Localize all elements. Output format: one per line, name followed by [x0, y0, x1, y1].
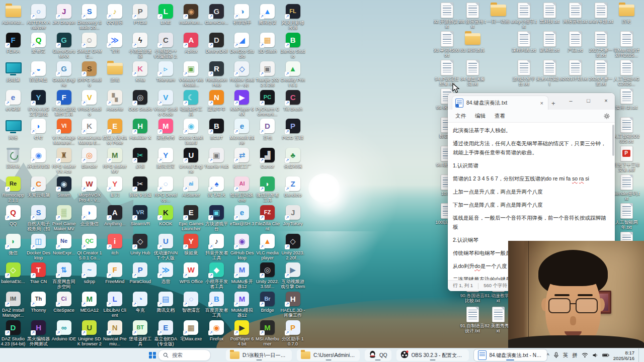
desktop-icon[interactable]: PC↗PyCharm Communi...: [255, 89, 280, 117]
desktop-file-icon[interactable]: 94.IP设定狂想集.txt: [433, 59, 460, 86]
desktop-icon[interactable]: F↗iFiction游戏制作工具: [51, 89, 76, 117]
desktop-icon[interactable]: E↗易笑人偶-Easy Pose: [102, 118, 127, 145]
desktop-icon[interactable]: BT↗堡塔远程工具: [128, 319, 153, 346]
desktop-icon[interactable]: ▲↗腾讯会议: [255, 3, 280, 25]
desktop-icon[interactable]: ◌↗RPG Develop...: [153, 175, 178, 203]
desktop-icon[interactable]: FZ↗FileZilla Client: [255, 204, 280, 231]
ime-language-indicator[interactable]: 英: [563, 352, 569, 359]
desktop-icon[interactable]: VR↗SteamVR: [128, 204, 153, 226]
menu-item-2[interactable]: 查看: [491, 112, 509, 121]
desktop-icon[interactable]: ◇↗Roblox Studio - qq: [229, 60, 255, 87]
desktop-icon[interactable]: P↗分区助手 10.7.0: [280, 319, 305, 346]
desktop-icon[interactable]: ▶↗PotPlayer 64 bit: [229, 319, 255, 346]
desktop-icon[interactable]: B↗Bambu Studio: [280, 32, 305, 59]
desktop-icon[interactable]: Q↗QQ: [1, 204, 26, 226]
desktop-icon[interactable]: ▤↗腾讯文档: [153, 291, 178, 313]
desktop-icon[interactable]: G↗GameCre...: [204, 3, 229, 25]
desktop-icon[interactable]: D↗DesignDoll: [204, 32, 229, 54]
desktop-icon[interactable]: G↗Godot Engine: [51, 60, 76, 87]
desktop-icon[interactable]: ≫↗飞书: [102, 32, 127, 54]
desktop-icon[interactable]: ◉↗Steam: [51, 175, 76, 198]
desktop-icon[interactable]: ◗↗钉钉: [26, 118, 51, 140]
desktop-icon[interactable]: Y↗腾讯元宝: [153, 147, 178, 169]
menu-item-1[interactable]: 编辑: [471, 112, 489, 121]
desktop-icon[interactable]: K↗KumaKuma Manga E...: [77, 118, 102, 145]
speaker-icon[interactable]: [592, 352, 598, 358]
desktop-icon[interactable]: U↗优动漫PAINT 个人版: [153, 233, 178, 260]
desktop-file-icon[interactable]: 84.键盘演奏法.txt: [459, 59, 486, 86]
desktop-icon[interactable]: K↗KOOK: [153, 204, 178, 226]
new-tab-button[interactable]: +: [548, 100, 558, 107]
desktop-icon[interactable]: ♜↗RPG Maker VX Ace: [51, 147, 76, 174]
desktop-icon[interactable]: ▶↗KMPlayer 64X: [229, 89, 255, 117]
desktop-icon[interactable]: Y↗影刀: [102, 175, 127, 198]
maximize-button[interactable]: □: [580, 93, 597, 108]
microphone-icon[interactable]: [553, 352, 559, 358]
desktop-file-icon[interactable]: unity专题.txt: [587, 2, 614, 24]
desktop-file-icon[interactable]: 产品.txt: [561, 31, 589, 53]
desktop-icon[interactable]: FL↗风灵月影修改器: [280, 3, 305, 30]
desktop-icon[interactable]: ☾↗动画制作工具: [179, 89, 204, 117]
desktop-icon[interactable]: ⇅↗百度网盘同步空间: [51, 262, 76, 289]
desktop-icon[interactable]: R↗Reallusion Hub: [204, 60, 229, 87]
wifi-icon[interactable]: [582, 352, 588, 358]
desktop-icon[interactable]: 游戏: [102, 60, 127, 82]
desktop-file-icon[interactable]: 网络营销.txt: [561, 2, 589, 24]
desktop-icon[interactable]: ϟ↗小黑盒加速器: [128, 32, 153, 59]
desktop-file-icon[interactable]: 月光下十三年文集.pdf: [613, 145, 640, 172]
desktop-icon[interactable]: D↗豆包: [255, 118, 280, 140]
desktop-icon[interactable]: ◗↗微信: [1, 233, 26, 255]
desktop-icon[interactable]: Ne↗NoteExpr...: [51, 233, 76, 255]
desktop-icon[interactable]: ▹↗Telegram: [153, 60, 178, 82]
desktop-icon[interactable]: N↗Navicat Premiu...: [102, 319, 127, 346]
desktop-icon[interactable]: ◎↗OBS Studio: [128, 89, 153, 112]
desktop-file-icon[interactable]: 历史: [613, 2, 640, 24]
desktop-icon[interactable]: F↗FreeMind: [102, 262, 127, 284]
desktop-icon[interactable]: ◎↗Unity 2022.3.55f...: [255, 262, 280, 289]
menu-item-0[interactable]: 文件: [452, 112, 469, 121]
desktop-icon[interactable]: ◗↗微信开发者工具: [255, 175, 280, 203]
desktop-icon[interactable]: H↗HAELE 3D - 肖像工作室...: [280, 291, 305, 318]
desktop-icon[interactable]: ◎↗Blender: [77, 147, 102, 169]
desktop-icon[interactable]: S↗自然人电子税务局（扣缴...: [26, 204, 51, 232]
desktop-icon[interactable]: ▚↗Aseprite: [102, 89, 127, 112]
desktop-file-icon[interactable]: 2026大赛一览.txt: [587, 59, 614, 86]
desktop-icon[interactable]: Ci↗CiteSpace: [51, 291, 76, 313]
desktop-icon[interactable]: ♪↗QQ音乐: [102, 3, 127, 25]
ime-pinyin-indicator[interactable]: 拼: [572, 352, 578, 359]
desktop-icon[interactable]: Administr...: [1, 3, 26, 25]
start-button[interactable]: [149, 349, 156, 361]
taskbar-button-obs[interactable]: OBS 30.2.3 - 配置文件: 未: [396, 349, 469, 361]
desktop-icon[interactable]: ◉↗Firefox: [204, 319, 229, 341]
desktop-icon[interactable]: ◑↗初学助手: [229, 3, 255, 25]
desktop-icon[interactable]: E↗Epic Games Launcher: [179, 204, 204, 231]
desktop-icon[interactable]: ♪↗抖音开发者工具: [204, 233, 229, 260]
desktop-file-icon[interactable]: 92.开源协议.txt: [433, 2, 460, 29]
taskbar-clock[interactable]: 8:17 2025/6/16: [613, 350, 634, 361]
desktop-icon[interactable]: ◌↗智谱清言: [179, 291, 204, 313]
desktop-icon[interactable]: e↗Microsoft Edge: [229, 118, 255, 145]
desktop-icon[interactable]: V↗VRoid Studio: [77, 89, 102, 117]
desktop-file-icon[interactable]: 实用 (2).txt: [613, 88, 640, 110]
desktop-icon[interactable]: F↗FEIKA: [1, 32, 26, 54]
taskbar-button-folder[interactable]: C:\Users\Administrator\: [297, 349, 360, 361]
desktop-icon[interactable]: Y↗猿如意: [179, 233, 204, 255]
desktop-icon[interactable]: ▟↗Cursor: [255, 147, 280, 169]
desktop-icon[interactable]: S↗SRPG Studio: [77, 60, 102, 87]
desktop-icon[interactable]: C↗小熊猫C++ V3编辑器 2.0: [153, 32, 178, 59]
desktop-icon[interactable]: P↗ParaCloud: [128, 262, 153, 284]
desktop-icon[interactable]: ◔↗夸克: [128, 291, 153, 313]
desktop-icon[interactable]: ◉↗makehum...: [179, 3, 204, 25]
scrollbar[interactable]: [612, 125, 614, 156]
notepad-titlebar[interactable]: 84.键盘演奏法.txt × + – □ ×: [448, 93, 615, 110]
desktop-icon[interactable]: ▣↗Tuanjie Hub: [204, 147, 229, 169]
desktop-icon[interactable]: ✂↗剪映专业版: [128, 175, 153, 198]
desktop-icon[interactable]: T↗Trae CN: [26, 262, 51, 284]
desktop-icon[interactable]: 回收站: [1, 147, 26, 169]
desktop-icon[interactable]: H↗HBuilder X: [128, 118, 153, 140]
desktop-icon[interactable]: ▦↗宅Max.exe: [179, 319, 204, 341]
desktop-file-icon[interactable]: 游戏分发平台.txt: [510, 59, 537, 86]
desktop-icon[interactable]: M↗MSI Afterburner: [255, 319, 280, 346]
desktop-icon[interactable]: ▶↗互动视频游戏引擎 Demo: [280, 262, 305, 290]
desktop-icon[interactable]: G↗GameGuru MAX: [51, 32, 76, 59]
